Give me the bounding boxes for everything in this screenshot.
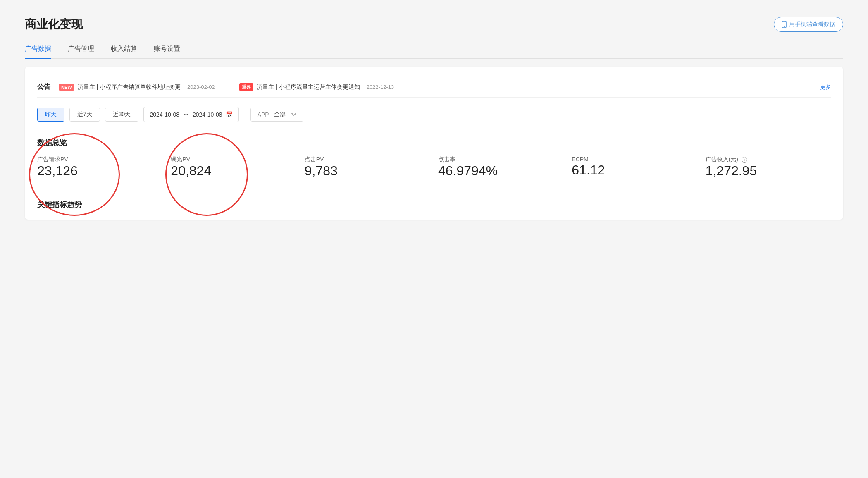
stat-label-4: ECPM bbox=[572, 156, 689, 163]
date-tilde: ～ bbox=[183, 110, 189, 119]
announcement-item-1: 重要 流量主 | 小程序流量主运营主体变更通知 2022-12-13 bbox=[239, 83, 394, 91]
tab-account[interactable]: 账号设置 bbox=[154, 45, 180, 58]
filter-7days[interactable]: 近7天 bbox=[69, 108, 100, 122]
announcement-item-0: NEW 流量主 | 小程序广告结算单收件地址变更 2023-02-02 bbox=[59, 84, 215, 91]
stat-ctr: 点击率 46.9794% bbox=[430, 156, 563, 179]
calendar-icon: 📅 bbox=[226, 111, 233, 118]
app-label: APP bbox=[258, 111, 269, 118]
badge-important: 重要 bbox=[239, 83, 253, 91]
app-selector[interactable]: APP 全部 bbox=[250, 108, 303, 122]
stat-label-3: 点击率 bbox=[438, 156, 555, 163]
svg-point-1 bbox=[784, 26, 785, 27]
stat-ad-revenue: 广告收入(元) i 1,272.95 bbox=[697, 156, 831, 179]
stat-impression-pv: 曝光PV 20,824 bbox=[162, 156, 296, 179]
announcement-divider: | bbox=[227, 84, 228, 91]
announcement-bar: 公告 NEW 流量主 | 小程序广告结算单收件地址变更 2023-02-02 |… bbox=[37, 77, 831, 98]
stat-label-1: 曝光PV bbox=[171, 156, 288, 163]
stat-value-5: 1,272.95 bbox=[706, 163, 823, 179]
stat-label-0: 广告请求PV bbox=[37, 156, 154, 163]
stat-value-1: 20,824 bbox=[171, 163, 288, 179]
more-link[interactable]: 更多 bbox=[820, 84, 831, 91]
stat-value-2: 9,783 bbox=[305, 163, 422, 179]
stat-value-4: 61.12 bbox=[572, 163, 689, 178]
tab-revenue[interactable]: 收入结算 bbox=[111, 45, 137, 58]
filter-yesterday[interactable]: 昨天 bbox=[37, 108, 64, 122]
tab-ad-data[interactable]: 广告数据 bbox=[25, 45, 51, 58]
app-value: 全部 bbox=[274, 111, 286, 118]
mobile-icon bbox=[782, 21, 787, 28]
announcement-label: 公告 bbox=[37, 83, 50, 91]
stat-label-5: 广告收入(元) i bbox=[706, 156, 823, 163]
stat-label-2: 点击PV bbox=[305, 156, 422, 163]
announcement-text-0[interactable]: 流量主 | 小程序广告结算单收件地址变更 bbox=[78, 84, 181, 91]
page-wrapper: 商业化变现 用手机端查看数据 广告数据 广告管理 收入结算 账号设置 公告 NE… bbox=[0, 0, 868, 478]
announcement-date-0: 2023-02-02 bbox=[187, 84, 215, 90]
announcement-date-1: 2022-12-13 bbox=[367, 84, 394, 90]
chevron-down-icon bbox=[291, 113, 296, 116]
key-trends-title: 关键指标趋势 bbox=[37, 200, 831, 210]
mobile-btn-label: 用手机端查看数据 bbox=[789, 21, 835, 28]
mobile-check-button[interactable]: 用手机端查看数据 bbox=[774, 17, 843, 32]
stats-section-title: 数据总览 bbox=[37, 138, 831, 148]
page-header: 商业化变现 用手机端查看数据 bbox=[25, 17, 843, 32]
tabs-nav: 广告数据 广告管理 收入结算 账号设置 bbox=[25, 45, 843, 59]
badge-new: NEW bbox=[59, 84, 74, 91]
announcement-text-1[interactable]: 流量主 | 小程序流量主运营主体变更通知 bbox=[257, 84, 360, 91]
stat-ad-request-pv: 广告请求PV 23,126 bbox=[37, 156, 162, 179]
main-content: 公告 NEW 流量主 | 小程序广告结算单收件地址变更 2023-02-02 |… bbox=[25, 67, 843, 220]
section-divider bbox=[37, 191, 831, 191]
filters-row: 昨天 近7天 近30天 2024-10-08 ～ 2024-10-08 📅 AP… bbox=[37, 107, 831, 122]
tab-ad-management[interactable]: 广告管理 bbox=[68, 45, 94, 58]
stat-click-pv: 点击PV 9,783 bbox=[296, 156, 430, 179]
filter-30days[interactable]: 近30天 bbox=[105, 108, 139, 122]
page-title: 商业化变现 bbox=[25, 17, 83, 32]
info-icon[interactable]: i bbox=[742, 157, 747, 163]
stats-container: 数据总览 广告请求PV 23,126 曝光PV 20,824 点击PV 9,78… bbox=[37, 134, 831, 191]
stat-ecpm: ECPM 61.12 bbox=[563, 156, 697, 178]
stat-value-3: 46.9794% bbox=[438, 163, 555, 179]
date-start: 2024-10-08 bbox=[150, 111, 179, 118]
date-range-picker[interactable]: 2024-10-08 ～ 2024-10-08 📅 bbox=[143, 107, 238, 122]
stat-value-0: 23,126 bbox=[37, 163, 154, 179]
date-end: 2024-10-08 bbox=[193, 111, 222, 118]
